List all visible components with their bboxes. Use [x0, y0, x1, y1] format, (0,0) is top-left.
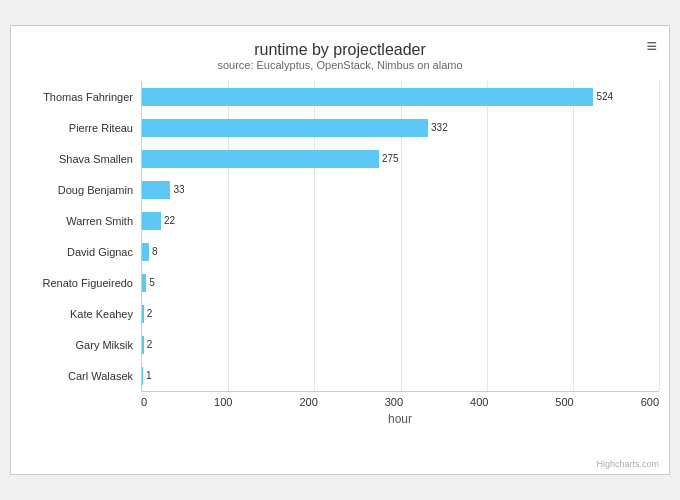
bar-row: 33 — [142, 179, 659, 201]
x-tick: 600 — [641, 396, 659, 408]
x-tick: 400 — [470, 396, 488, 408]
bar-row: 275 — [142, 148, 659, 170]
y-label: David Gignac — [21, 238, 133, 266]
y-label: Thomas Fahringer — [21, 83, 133, 111]
bar — [142, 150, 379, 168]
bar-row: 2 — [142, 303, 659, 325]
bar — [142, 119, 428, 137]
bar-value-label: 275 — [382, 153, 399, 164]
bars-area: 524332275332285221 — [141, 81, 659, 391]
bar-value-label: 524 — [596, 91, 613, 102]
bar — [142, 367, 143, 385]
menu-icon[interactable]: ≡ — [646, 36, 657, 57]
bar-value-label: 8 — [152, 246, 158, 257]
bar-value-label: 2 — [147, 339, 153, 350]
x-tick: 300 — [385, 396, 403, 408]
bar-row: 8 — [142, 241, 659, 263]
grid-line — [659, 81, 660, 391]
bar-row: 524 — [142, 86, 659, 108]
y-label: Renato Figueiredo — [21, 269, 133, 297]
chart-title: runtime by projectleader — [21, 41, 659, 59]
bar — [142, 274, 146, 292]
bar-value-label: 332 — [431, 122, 448, 133]
bar-value-label: 1 — [146, 370, 152, 381]
bar — [142, 305, 144, 323]
x-tick: 100 — [214, 396, 232, 408]
y-label: Warren Smith — [21, 207, 133, 235]
chart-area: Thomas FahringerPierre RiteauShava Small… — [21, 81, 659, 391]
chart-container: ≡ runtime by projectleader source: Eucal… — [10, 25, 670, 475]
bar — [142, 212, 161, 230]
bar-value-label: 2 — [147, 308, 153, 319]
x-tick: 500 — [555, 396, 573, 408]
bar-row: 22 — [142, 210, 659, 232]
y-label: Doug Benjamin — [21, 176, 133, 204]
bar-value-label: 5 — [149, 277, 155, 288]
x-tick: 0 — [141, 396, 147, 408]
bar-row: 2 — [142, 334, 659, 356]
bar — [142, 336, 144, 354]
bar-value-label: 22 — [164, 215, 175, 226]
y-label: Carl Walasek — [21, 362, 133, 390]
bar-row: 1 — [142, 365, 659, 387]
bar — [142, 243, 149, 261]
bar-row: 332 — [142, 117, 659, 139]
x-axis: 0100200300400500600 hour — [141, 391, 659, 426]
y-labels: Thomas FahringerPierre RiteauShava Small… — [21, 81, 141, 391]
chart-subtitle: source: Eucalyptus, OpenStack, Nimbus on… — [21, 59, 659, 71]
bar — [142, 88, 593, 106]
y-label: Pierre Riteau — [21, 114, 133, 142]
x-ticks: 0100200300400500600 — [141, 391, 659, 408]
highcharts-credit: Highcharts.com — [596, 459, 659, 469]
y-label: Shava Smallen — [21, 145, 133, 173]
x-tick: 200 — [299, 396, 317, 408]
bar-row: 5 — [142, 272, 659, 294]
bar — [142, 181, 170, 199]
bar-value-label: 33 — [173, 184, 184, 195]
y-label: Kate Keahey — [21, 300, 133, 328]
x-axis-label: hour — [141, 412, 659, 426]
y-label: Gary Miksik — [21, 331, 133, 359]
